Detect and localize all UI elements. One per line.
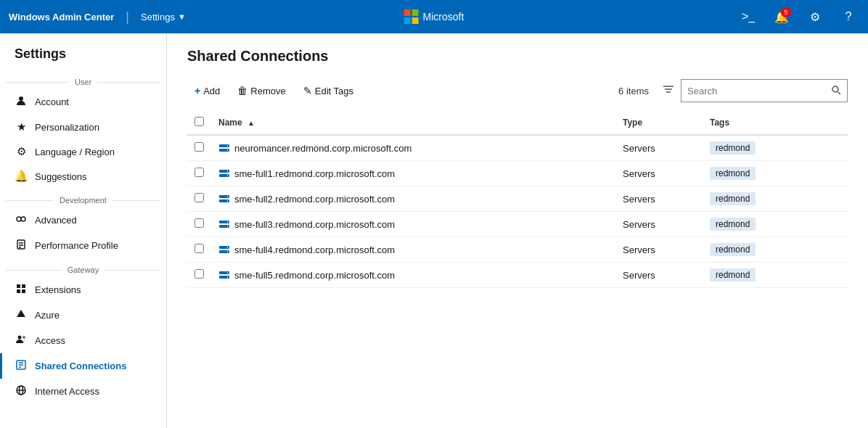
- topbar-settings-menu[interactable]: Settings ▼: [141, 12, 186, 22]
- svg-point-24: [832, 86, 838, 92]
- row-type-cell: Servers: [615, 263, 703, 288]
- gear-small-icon: ⚙: [15, 145, 28, 158]
- row-tags-cell: redmond: [703, 186, 848, 212]
- table-row: sme-full1.redmond.corp.microsoft.com Ser…: [187, 161, 848, 186]
- table-header: Name ▲ Type Tags: [187, 111, 848, 135]
- sidebar-item-advanced[interactable]: Advanced: [0, 207, 166, 233]
- sidebar-item-internet-access[interactable]: Internet Access: [0, 379, 166, 404]
- row-checkbox[interactable]: [195, 193, 204, 202]
- notifications-button[interactable]: 🔔 5: [771, 6, 793, 28]
- svg-point-2: [21, 217, 25, 221]
- row-checkbox-cell: [187, 263, 211, 288]
- row-tag[interactable]: redmond: [710, 192, 756, 205]
- sidebar-item-extensions[interactable]: Extensions: [0, 277, 166, 303]
- svg-point-48: [227, 272, 229, 273]
- gateway-section-label: Gateway: [0, 266, 166, 274]
- row-name-cell: sme-full5.redmond.corp.microsoft.com: [211, 263, 615, 288]
- svg-point-37: [227, 200, 229, 202]
- server-icon: [218, 168, 230, 179]
- extensions-label: Extensions: [35, 284, 81, 295]
- svg-point-29: [227, 149, 229, 151]
- terminal-button[interactable]: >_: [737, 6, 759, 28]
- item-count: 6 items: [618, 86, 649, 96]
- svg-point-41: [227, 226, 229, 227]
- sidebar-item-azure[interactable]: Azure: [0, 303, 166, 328]
- server-icon: [218, 244, 230, 255]
- row-type-cell: Servers: [615, 186, 703, 212]
- row-checkbox-cell: [187, 237, 211, 263]
- svg-rect-9: [17, 289, 20, 293]
- search-input[interactable]: [681, 83, 825, 99]
- row-checkbox[interactable]: [195, 168, 204, 177]
- sidebar-item-performance-profile[interactable]: Performance Profile: [0, 233, 166, 258]
- row-checkbox[interactable]: [195, 244, 204, 253]
- sidebar-item-personalization[interactable]: ★ Personalization: [0, 115, 166, 139]
- table-body: neuromancer.redmond.corp.microsoft.com S…: [187, 135, 848, 288]
- row-checkbox[interactable]: [195, 269, 204, 279]
- search-button[interactable]: [825, 82, 847, 100]
- row-name-cell: sme-full4.redmond.corp.microsoft.com: [211, 237, 615, 263]
- row-type: Servers: [623, 143, 655, 154]
- filter-button[interactable]: [659, 80, 678, 102]
- add-label: Add: [203, 86, 220, 96]
- advanced-label: Advanced: [35, 215, 77, 226]
- access-label: Access: [35, 335, 65, 346]
- internet-access-label: Internet Access: [35, 386, 99, 397]
- user-section-label: User: [0, 78, 166, 86]
- help-button[interactable]: ?: [838, 6, 859, 28]
- extensions-icon: [15, 283, 28, 297]
- globe-icon: [15, 384, 28, 398]
- topbar-center: Microsoft: [404, 9, 464, 24]
- svg-point-13: [22, 336, 25, 339]
- sidebar-item-shared-connections[interactable]: Shared Connections: [0, 353, 166, 379]
- row-type-cell: Servers: [615, 135, 703, 161]
- people-icon: [15, 334, 28, 347]
- row-tag[interactable]: redmond: [710, 243, 756, 256]
- col-name-header[interactable]: Name ▲: [211, 111, 615, 135]
- settings-button[interactable]: ⚙: [804, 6, 826, 28]
- sidebar-item-account[interactable]: Account: [0, 89, 166, 115]
- row-tag[interactable]: redmond: [710, 167, 756, 180]
- edit-tags-label: Edit Tags: [315, 86, 353, 96]
- add-button[interactable]: + Add: [187, 81, 227, 101]
- svg-line-25: [838, 91, 841, 94]
- suggestions-label: Suggestions: [35, 171, 87, 182]
- row-type: Servers: [623, 168, 655, 179]
- table-row: sme-full4.redmond.corp.microsoft.com Ser…: [187, 237, 848, 263]
- sidebar-item-access[interactable]: Access: [0, 328, 166, 353]
- select-all-checkbox[interactable]: [195, 117, 204, 126]
- bell-small-icon: 🔔: [15, 170, 28, 183]
- table-row: sme-full3.redmond.corp.microsoft.com Ser…: [187, 212, 848, 237]
- server-icon: [218, 269, 230, 281]
- row-type-cell: Servers: [615, 212, 703, 237]
- shared-connections-label: Shared Connections: [35, 361, 126, 371]
- row-type: Servers: [623, 244, 655, 255]
- notification-badge: 5: [781, 7, 791, 17]
- row-checkbox[interactable]: [195, 142, 204, 152]
- azure-icon: [15, 308, 28, 322]
- svg-marker-11: [17, 310, 25, 317]
- row-name-cell: sme-full1.redmond.corp.microsoft.com: [211, 161, 615, 186]
- row-tag[interactable]: redmond: [710, 268, 756, 281]
- toolbar: + Add 🗑 Remove ✎ Edit Tags 6 items: [187, 79, 848, 102]
- sidebar-title: Settings: [0, 33, 166, 70]
- topbar-settings-label: Settings: [141, 12, 175, 22]
- azure-label: Azure: [35, 310, 60, 321]
- app-layout: Settings User Account ★ Personalization …: [0, 33, 868, 428]
- sort-asc-icon: ▲: [247, 119, 255, 127]
- edit-tags-button[interactable]: ✎ Edit Tags: [296, 81, 361, 101]
- row-tag[interactable]: redmond: [710, 218, 756, 231]
- sidebar-item-language-region[interactable]: ⚙ Language / Region: [0, 139, 166, 164]
- row-name: sme-full3.redmond.corp.microsoft.com: [234, 219, 395, 230]
- svg-point-40: [227, 221, 229, 223]
- remove-button[interactable]: 🗑 Remove: [230, 81, 292, 101]
- col-tags-header: Tags: [703, 111, 848, 135]
- sidebar-item-suggestions[interactable]: 🔔 Suggestions: [0, 164, 166, 189]
- table-row: sme-full5.redmond.corp.microsoft.com Ser…: [187, 263, 848, 288]
- row-name-cell: neuromancer.redmond.corp.microsoft.com: [211, 135, 615, 161]
- topbar-right: >_ 🔔 5 ⚙ ?: [737, 6, 859, 28]
- row-tag[interactable]: redmond: [710, 141, 756, 155]
- row-checkbox[interactable]: [195, 218, 204, 228]
- row-type-cell: Servers: [615, 161, 703, 186]
- col-type-header: Type: [615, 111, 703, 135]
